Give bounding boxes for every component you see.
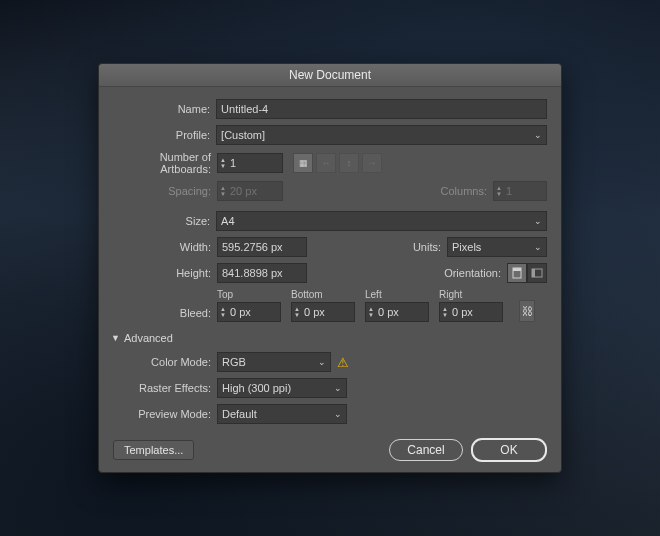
stepper-arrows-icon[interactable]: ▲▼: [440, 306, 450, 318]
size-select[interactable]: A4 ⌄: [216, 211, 547, 231]
chevron-down-icon: ⌄: [314, 353, 326, 371]
cancel-button[interactable]: Cancel: [389, 439, 463, 461]
artboard-layout-col[interactable]: ↕: [339, 153, 359, 173]
stepper-arrows-icon[interactable]: ▲▼: [218, 306, 228, 318]
arrow-right-icon: →: [368, 158, 377, 168]
height-label: Height:: [113, 267, 217, 279]
bleed-top-label: Top: [217, 289, 291, 300]
chevron-down-icon: ⌄: [330, 379, 342, 397]
columns-input: [504, 182, 538, 200]
profile-select[interactable]: [Custom] ⌄: [216, 125, 547, 145]
columns-label: Columns:: [441, 185, 493, 197]
units-select[interactable]: Pixels ⌄: [447, 237, 547, 257]
artboard-layout-grid[interactable]: ▦: [293, 153, 313, 173]
artboards-label: Number of Artboards:: [113, 151, 217, 175]
orientation-label: Orientation:: [444, 267, 507, 279]
dialog-title: New Document: [99, 64, 561, 87]
arrow-up-icon: ↕: [347, 158, 352, 168]
columns-stepper: ▲▼: [493, 181, 547, 201]
bleed-bottom-input[interactable]: [302, 303, 348, 321]
profile-label: Profile:: [113, 129, 216, 141]
width-input[interactable]: [217, 237, 307, 257]
width-label: Width:: [113, 241, 217, 253]
arrows-lr-icon: ↔: [322, 158, 331, 168]
name-input[interactable]: [216, 99, 547, 119]
units-label: Units:: [413, 241, 447, 253]
bleed-left-label: Left: [365, 289, 439, 300]
artboard-layout-ltr[interactable]: →: [362, 153, 382, 173]
chevron-down-icon: ⌄: [530, 126, 542, 144]
chevron-down-icon: ⌄: [530, 212, 542, 230]
grid-icon: ▦: [299, 158, 308, 168]
bleed-bottom-label: Bottom: [291, 289, 365, 300]
raster-label: Raster Effects:: [113, 382, 217, 394]
units-value: Pixels: [452, 238, 530, 256]
link-bleed-button[interactable]: ⛓: [519, 300, 535, 322]
portrait-icon: [512, 267, 522, 279]
height-input[interactable]: [217, 263, 307, 283]
templates-button[interactable]: Templates...: [113, 440, 194, 460]
raster-value: High (300 ppi): [222, 379, 330, 397]
stepper-arrows-icon[interactable]: ▲▼: [292, 306, 302, 318]
ok-button[interactable]: OK: [471, 438, 547, 462]
link-icon: ⛓: [522, 305, 533, 317]
size-label: Size:: [113, 215, 216, 227]
artboards-stepper[interactable]: ▲▼: [217, 153, 283, 173]
artboard-layout-row[interactable]: ↔: [316, 153, 336, 173]
color-mode-label: Color Mode:: [113, 356, 217, 368]
preview-select[interactable]: Default ⌄: [217, 404, 347, 424]
chevron-down-icon: ⌄: [330, 405, 342, 423]
raster-select[interactable]: High (300 ppi) ⌄: [217, 378, 347, 398]
preview-label: Preview Mode:: [113, 408, 217, 420]
bleed-label: Bleed:: [113, 307, 217, 319]
stepper-arrows-icon[interactable]: ▲▼: [218, 157, 228, 169]
color-mode-value: RGB: [222, 353, 314, 371]
spacing-label: Spacing:: [113, 185, 217, 197]
spacing-stepper: ▲▼: [217, 181, 283, 201]
preview-value: Default: [222, 405, 330, 423]
spacing-input: [228, 182, 282, 200]
svg-rect-3: [532, 269, 535, 277]
advanced-disclosure[interactable]: ▼ Advanced: [111, 332, 547, 344]
landscape-icon: [531, 268, 543, 278]
triangle-down-icon: ▼: [111, 333, 120, 343]
bleed-right-label: Right: [439, 289, 513, 300]
size-value: A4: [221, 212, 530, 230]
advanced-label: Advanced: [124, 332, 173, 344]
stepper-arrows-icon[interactable]: ▲▼: [366, 306, 376, 318]
artboards-input[interactable]: [228, 154, 282, 172]
orientation-portrait[interactable]: [507, 263, 527, 283]
new-document-dialog: New Document Name: Profile: [Custom] ⌄ N…: [98, 63, 562, 473]
stepper-arrows-icon: ▲▼: [494, 185, 504, 197]
stepper-arrows-icon: ▲▼: [218, 185, 228, 197]
bleed-bottom-stepper[interactable]: ▲▼: [291, 302, 355, 322]
bleed-right-input[interactable]: [450, 303, 496, 321]
bleed-top-stepper[interactable]: ▲▼: [217, 302, 281, 322]
warning-icon: ⚠: [337, 355, 349, 370]
orientation-landscape[interactable]: [527, 263, 547, 283]
chevron-down-icon: ⌄: [530, 238, 542, 256]
bleed-top-input[interactable]: [228, 303, 274, 321]
color-mode-select[interactable]: RGB ⌄: [217, 352, 331, 372]
svg-rect-1: [513, 268, 521, 271]
bleed-right-stepper[interactable]: ▲▼: [439, 302, 503, 322]
dialog-body: Name: Profile: [Custom] ⌄ Number of Artb…: [99, 87, 561, 472]
profile-value: [Custom]: [221, 126, 530, 144]
bleed-left-stepper[interactable]: ▲▼: [365, 302, 429, 322]
name-label: Name:: [113, 103, 216, 115]
bleed-left-input[interactable]: [376, 303, 422, 321]
